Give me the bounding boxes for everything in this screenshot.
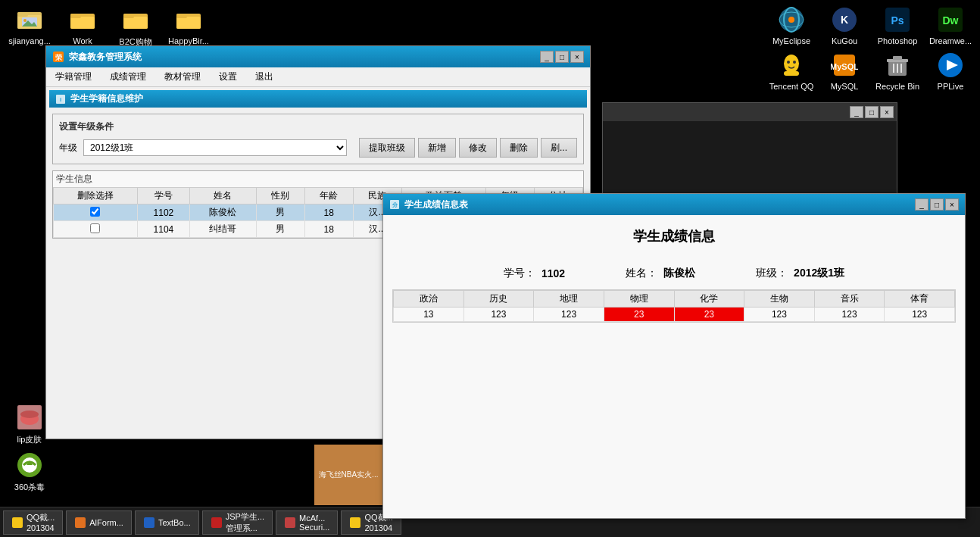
col-xh: 学号 (137, 188, 189, 204)
score-col-shengwu: 生物 (744, 291, 815, 308)
fetch-class-btn[interactable]: 提取班级 (359, 138, 415, 158)
col-name: 姓名 (190, 188, 256, 204)
desktop-icon-mysql[interactable]: MySQL MySQL (818, 48, 871, 94)
row1-checkbox[interactable] (54, 204, 138, 221)
menu-chengji[interactable]: 成绩管理 (104, 69, 152, 85)
app-icon: 荣 (52, 51, 64, 63)
svg-rect-56 (350, 517, 360, 528)
score-class-item: 班级： 2012级1班 (756, 267, 844, 280)
desktop-icon-b2c[interactable]: B2C购物 (109, 3, 162, 51)
desktop-icon-recycle[interactable]: Recycle Bin (871, 48, 924, 94)
score-col-lishi: 历史 (463, 291, 534, 308)
lip-icon (16, 404, 43, 431)
row1-gender: 男 (256, 204, 304, 221)
svg-rect-53 (144, 517, 154, 528)
folder-icon-2 (69, 6, 96, 33)
svg-text:i: i (60, 96, 61, 103)
taskbar-btn-mcafee[interactable]: McAf...Securi... (276, 510, 338, 535)
recycle-icon (884, 52, 911, 79)
svg-point-20 (787, 61, 790, 64)
edit-btn[interactable]: 修改 (459, 138, 497, 158)
refresh-btn[interactable]: 刷... (541, 138, 577, 158)
add-btn[interactable]: 新增 (418, 138, 456, 158)
svg-text:Dw: Dw (943, 14, 959, 27)
score-window: 分 学生成绩信息表 _ □ × 学生成绩信息 学号： 1102 姓名： (382, 193, 966, 519)
score-name-item: 姓名： 陈俊松 (626, 267, 695, 280)
folder-icon-4 (175, 6, 202, 33)
score-student-id-item: 学号： 1102 (504, 267, 565, 280)
svg-rect-22 (784, 71, 799, 76)
menu-shezhi[interactable]: 设置 (213, 69, 243, 85)
desktop-icon-myeclipse[interactable]: MyEclipse (765, 3, 818, 48)
myeclipse-icon (778, 6, 805, 33)
taskbar-btn-textbox[interactable]: TextBo... (135, 510, 199, 535)
taskbar-mcafee-icon (284, 517, 296, 529)
desktop-icon-happybir[interactable]: HappyBir... (162, 3, 215, 51)
mysql-label: MySQL (831, 82, 859, 91)
grade-section-label: 设置年级条件 (59, 120, 577, 133)
delete-btn[interactable]: 删除 (500, 138, 538, 158)
lip-label: lip皮肤 (17, 434, 42, 445)
score-icon: 分 (389, 199, 400, 210)
score-close-btn[interactable]: × (945, 198, 959, 211)
desktop-icon-pplive[interactable]: PPLive (924, 48, 977, 94)
score-table-row: 13 123 123 23 23 123 123 123 (394, 308, 955, 322)
menu-tuichu[interactable]: 退出 (249, 69, 279, 85)
row2-checkbox[interactable] (54, 221, 138, 238)
taskbar-alform-icon (74, 517, 86, 529)
myeclipse-label: MyEclipse (772, 36, 810, 45)
score-col-huaxue: 化学 (674, 291, 744, 308)
score-minimize-btn[interactable]: _ (915, 198, 929, 211)
taskbar-alform-label: AlForm... (89, 518, 123, 527)
toolbar: 提取班级 新增 修改 删除 刷... (359, 138, 577, 158)
kugou-label: KuGou (832, 36, 857, 45)
main-window-title: 荣 荣鑫教务管理系统 (52, 51, 142, 64)
main-maximize-btn[interactable]: □ (555, 51, 569, 63)
taskbar-btn-jsp[interactable]: JSP学生...管理系... (202, 510, 273, 535)
student-section-title: 学生信息 (53, 171, 583, 187)
desktop-icon-kugou[interactable]: K KuGou (818, 3, 871, 48)
svg-text:Ps: Ps (891, 14, 904, 27)
desktop-icon-qq[interactable]: Tencent QQ (765, 48, 818, 94)
menu-xueji[interactable]: 学籍管理 (49, 69, 98, 85)
svg-rect-51 (12, 517, 23, 528)
svg-rect-8 (70, 14, 81, 18)
pplive-label: PPLive (938, 82, 964, 91)
taskbar-textbox-icon (143, 517, 155, 529)
row1-age: 18 (304, 204, 353, 221)
menu-jiaocai[interactable]: 教材管理 (158, 69, 207, 85)
taskbar-btn-alform[interactable]: AlForm... (66, 510, 132, 535)
desktop-icon-360[interactable]: 360杀毒 (3, 448, 56, 496)
score-info-header: 学号： 1102 姓名： 陈俊松 班级： 2012级1班 (383, 258, 965, 289)
taskbar-btn-qq1[interactable]: QQ截...201304 (3, 510, 63, 535)
desktop-icon-happybir-label: HappyBir... (168, 36, 209, 45)
secondary-close-btn[interactable]: × (880, 106, 894, 118)
row2-age: 18 (304, 221, 353, 238)
photoshop-label: Photoshop (878, 36, 918, 45)
score-window-titlebar: 分 学生成绩信息表 _ □ × (383, 194, 965, 215)
svg-rect-11 (123, 14, 134, 18)
score-maximize-btn[interactable]: □ (930, 198, 944, 211)
main-minimize-btn[interactable]: _ (540, 51, 554, 63)
main-close-btn[interactable]: × (570, 51, 584, 63)
desktop-icon-sjianyang[interactable]: sjianyang... (3, 3, 56, 51)
desktop-icon-work-label: Work (73, 36, 92, 45)
name-label: 姓名： (626, 267, 657, 280)
secondary-maximize-btn[interactable]: □ (865, 106, 879, 118)
desktop-icon-label: sjianyang... (8, 36, 51, 45)
secondary-minimize-btn[interactable]: _ (850, 106, 863, 118)
taskbar-jsp-icon (211, 517, 223, 529)
desktop-icon-work[interactable]: Work (56, 3, 109, 51)
score-main-title: 学生成绩信息 (383, 215, 965, 258)
row2-gender: 男 (256, 221, 304, 238)
row1-name: 陈俊松 (190, 204, 256, 221)
class-label: 班级： (756, 267, 788, 280)
grade-label: 年级 (59, 142, 77, 155)
svg-point-4 (23, 19, 27, 22)
grade-select[interactable]: 2012级1班 (83, 139, 347, 156)
desktop-icon-photoshop[interactable]: Ps Photoshop (871, 3, 924, 48)
desktop-icon-dreamweaver[interactable]: Dw Dreamwe... (924, 3, 977, 48)
xuji-section-header: i 学生学籍信息维护 (49, 90, 587, 108)
score-col-wuli: 物理 (604, 291, 674, 308)
svg-rect-55 (285, 517, 295, 528)
